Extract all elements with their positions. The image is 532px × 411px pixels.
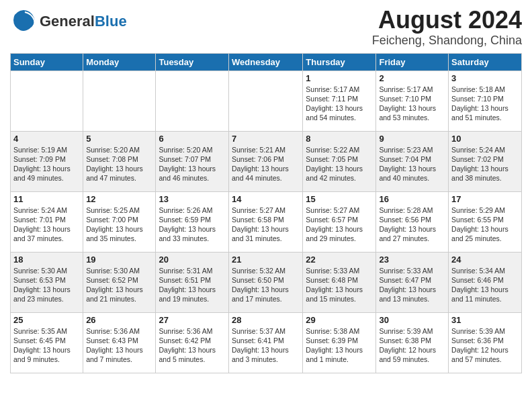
- calendar-cell: 24Sunrise: 5:34 AMSunset: 6:46 PMDayligh…: [449, 252, 522, 312]
- calendar-cell: 3Sunrise: 5:18 AMSunset: 7:10 PMDaylight…: [449, 71, 522, 131]
- logo-general-text: General: [40, 13, 95, 30]
- day-number: 10: [451, 134, 519, 144]
- day-number: 14: [232, 194, 300, 204]
- day-info: Sunrise: 5:27 AMSunset: 6:58 PMDaylight:…: [232, 205, 300, 244]
- calendar-cell: [83, 71, 156, 131]
- page: GeneralBlue August 2024 Feicheng, Shando…: [0, 0, 532, 411]
- day-number: 15: [306, 194, 373, 204]
- calendar-cell: [11, 71, 83, 131]
- calendar-day-header: Saturday: [449, 53, 522, 71]
- calendar-cell: 19Sunrise: 5:30 AMSunset: 6:52 PMDayligh…: [83, 252, 156, 312]
- calendar-cell: 16Sunrise: 5:28 AMSunset: 6:56 PMDayligh…: [376, 191, 449, 252]
- calendar-cell: 11Sunrise: 5:24 AMSunset: 7:01 PMDayligh…: [11, 191, 83, 252]
- day-number: 23: [379, 255, 445, 265]
- calendar-cell: 28Sunrise: 5:37 AMSunset: 6:41 PMDayligh…: [229, 312, 303, 373]
- calendar-day-header: Wednesday: [229, 53, 303, 71]
- calendar-cell: 4Sunrise: 5:19 AMSunset: 7:09 PMDaylight…: [11, 131, 83, 191]
- calendar-table: SundayMondayTuesdayWednesdayThursdayFrid…: [10, 53, 522, 373]
- calendar-cell: 7Sunrise: 5:21 AMSunset: 7:06 PMDaylight…: [229, 131, 303, 191]
- day-info: Sunrise: 5:28 AMSunset: 6:56 PMDaylight:…: [379, 205, 445, 244]
- day-info: Sunrise: 5:34 AMSunset: 6:46 PMDaylight:…: [451, 266, 519, 304]
- calendar-week-row: 4Sunrise: 5:19 AMSunset: 7:09 PMDaylight…: [11, 131, 522, 191]
- day-number: 29: [306, 315, 373, 325]
- day-number: 8: [306, 134, 373, 144]
- calendar-week-row: 18Sunrise: 5:30 AMSunset: 6:53 PMDayligh…: [11, 252, 522, 312]
- calendar-cell: 13Sunrise: 5:26 AMSunset: 6:59 PMDayligh…: [156, 191, 229, 252]
- day-info: Sunrise: 5:39 AMSunset: 6:36 PMDaylight:…: [451, 326, 519, 365]
- logo: GeneralBlue: [10, 7, 127, 36]
- calendar-cell: 30Sunrise: 5:39 AMSunset: 6:38 PMDayligh…: [376, 312, 449, 373]
- day-info: Sunrise: 5:26 AMSunset: 6:59 PMDaylight:…: [159, 205, 226, 244]
- day-number: 7: [232, 134, 300, 144]
- calendar-week-row: 11Sunrise: 5:24 AMSunset: 7:01 PMDayligh…: [11, 191, 522, 252]
- header: GeneralBlue August 2024 Feicheng, Shando…: [10, 7, 522, 48]
- day-number: 13: [159, 194, 226, 204]
- calendar-cell: 20Sunrise: 5:31 AMSunset: 6:51 PMDayligh…: [156, 252, 229, 312]
- day-number: 17: [451, 194, 519, 204]
- day-number: 25: [13, 315, 80, 325]
- calendar-cell: 15Sunrise: 5:27 AMSunset: 6:57 PMDayligh…: [303, 191, 376, 252]
- calendar-cell: 31Sunrise: 5:39 AMSunset: 6:36 PMDayligh…: [449, 312, 522, 373]
- day-info: Sunrise: 5:33 AMSunset: 6:48 PMDaylight:…: [306, 266, 373, 304]
- day-info: Sunrise: 5:20 AMSunset: 7:07 PMDaylight:…: [159, 145, 226, 183]
- day-number: 4: [13, 134, 80, 144]
- day-info: Sunrise: 5:29 AMSunset: 6:55 PMDaylight:…: [451, 205, 519, 244]
- calendar-cell: 23Sunrise: 5:33 AMSunset: 6:47 PMDayligh…: [376, 252, 449, 312]
- day-info: Sunrise: 5:23 AMSunset: 7:04 PMDaylight:…: [379, 145, 445, 183]
- calendar-cell: 27Sunrise: 5:36 AMSunset: 6:42 PMDayligh…: [156, 312, 229, 373]
- day-info: Sunrise: 5:20 AMSunset: 7:08 PMDaylight:…: [86, 145, 152, 183]
- day-info: Sunrise: 5:18 AMSunset: 7:10 PMDaylight:…: [451, 85, 519, 123]
- day-info: Sunrise: 5:30 AMSunset: 6:53 PMDaylight:…: [13, 266, 80, 304]
- calendar-subtitle: Feicheng, Shandong, China: [372, 34, 522, 48]
- day-number: 16: [379, 194, 445, 204]
- day-number: 6: [159, 134, 226, 144]
- calendar-day-header: Tuesday: [156, 53, 229, 71]
- day-info: Sunrise: 5:38 AMSunset: 6:39 PMDaylight:…: [306, 326, 373, 365]
- day-number: 3: [451, 73, 519, 83]
- logo-icon: [10, 7, 37, 34]
- day-info: Sunrise: 5:24 AMSunset: 7:02 PMDaylight:…: [451, 145, 519, 183]
- day-info: Sunrise: 5:30 AMSunset: 6:52 PMDaylight:…: [86, 266, 152, 304]
- day-number: 31: [451, 315, 519, 325]
- day-info: Sunrise: 5:36 AMSunset: 6:42 PMDaylight:…: [159, 326, 226, 365]
- day-number: 27: [159, 315, 226, 325]
- calendar-cell: [229, 71, 303, 131]
- day-info: Sunrise: 5:35 AMSunset: 6:45 PMDaylight:…: [13, 326, 80, 365]
- calendar-header-row: SundayMondayTuesdayWednesdayThursdayFrid…: [11, 53, 522, 71]
- calendar-cell: [156, 71, 229, 131]
- day-info: Sunrise: 5:25 AMSunset: 7:00 PMDaylight:…: [86, 205, 152, 244]
- calendar-cell: 18Sunrise: 5:30 AMSunset: 6:53 PMDayligh…: [11, 252, 83, 312]
- calendar-cell: 12Sunrise: 5:25 AMSunset: 7:00 PMDayligh…: [83, 191, 156, 252]
- calendar-cell: 14Sunrise: 5:27 AMSunset: 6:58 PMDayligh…: [229, 191, 303, 252]
- day-number: 26: [86, 315, 152, 325]
- day-info: Sunrise: 5:17 AMSunset: 7:10 PMDaylight:…: [379, 85, 445, 123]
- day-info: Sunrise: 5:19 AMSunset: 7:09 PMDaylight:…: [13, 145, 80, 183]
- calendar-cell: 1Sunrise: 5:17 AMSunset: 7:11 PMDaylight…: [303, 71, 376, 131]
- title-block: August 2024 Feicheng, Shandong, China: [372, 7, 522, 48]
- calendar-cell: 17Sunrise: 5:29 AMSunset: 6:55 PMDayligh…: [449, 191, 522, 252]
- calendar-week-row: 25Sunrise: 5:35 AMSunset: 6:45 PMDayligh…: [11, 312, 522, 373]
- calendar-day-header: Thursday: [303, 53, 376, 71]
- day-info: Sunrise: 5:22 AMSunset: 7:05 PMDaylight:…: [306, 145, 373, 183]
- day-number: 1: [306, 73, 373, 83]
- day-info: Sunrise: 5:33 AMSunset: 6:47 PMDaylight:…: [379, 266, 445, 304]
- calendar-day-header: Friday: [376, 53, 449, 71]
- calendar-day-header: Monday: [83, 53, 156, 71]
- calendar-cell: 8Sunrise: 5:22 AMSunset: 7:05 PMDaylight…: [303, 131, 376, 191]
- day-number: 21: [232, 255, 300, 265]
- day-number: 5: [86, 134, 152, 144]
- day-info: Sunrise: 5:24 AMSunset: 7:01 PMDaylight:…: [13, 205, 80, 244]
- calendar-cell: 22Sunrise: 5:33 AMSunset: 6:48 PMDayligh…: [303, 252, 376, 312]
- calendar-title: August 2024: [372, 7, 522, 34]
- logo-blue-text: Blue: [95, 13, 127, 30]
- calendar-week-row: 1Sunrise: 5:17 AMSunset: 7:11 PMDaylight…: [11, 71, 522, 131]
- calendar-cell: 21Sunrise: 5:32 AMSunset: 6:50 PMDayligh…: [229, 252, 303, 312]
- day-number: 24: [451, 255, 519, 265]
- calendar-cell: 26Sunrise: 5:36 AMSunset: 6:43 PMDayligh…: [83, 312, 156, 373]
- day-info: Sunrise: 5:32 AMSunset: 6:50 PMDaylight:…: [232, 266, 300, 304]
- calendar-cell: 29Sunrise: 5:38 AMSunset: 6:39 PMDayligh…: [303, 312, 376, 373]
- day-number: 20: [159, 255, 226, 265]
- calendar-day-header: Sunday: [11, 53, 83, 71]
- day-number: 2: [379, 73, 445, 83]
- day-info: Sunrise: 5:39 AMSunset: 6:38 PMDaylight:…: [379, 326, 445, 365]
